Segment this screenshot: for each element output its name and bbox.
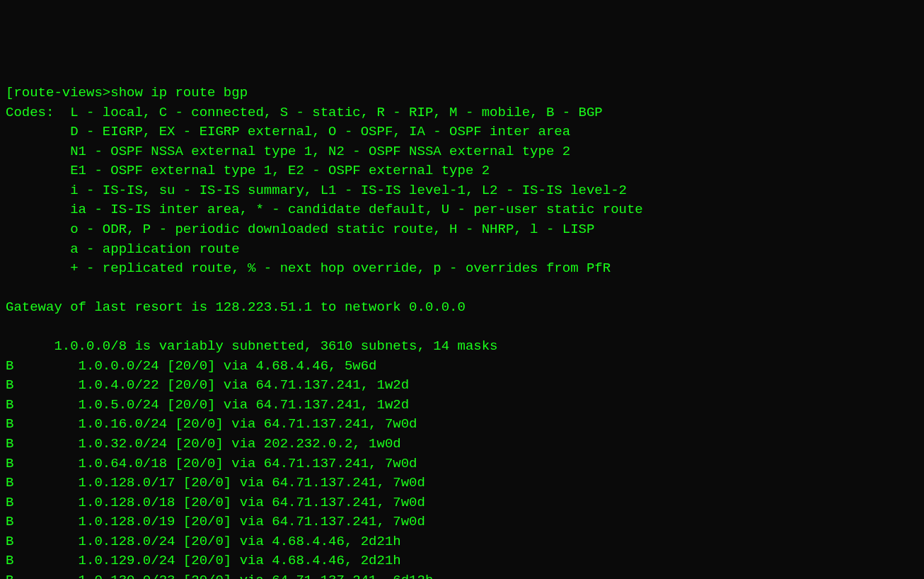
route-entry: B 1.0.128.0/17 [20/0] via 64.71.137.241,… <box>6 475 425 491</box>
codes-line-5: i - IS-IS, su - IS-IS summary, L1 - IS-I… <box>6 183 627 198</box>
codes-line-4: E1 - OSPF external type 1, E2 - OSPF ext… <box>6 163 490 178</box>
gateway-line: Gateway of last resort is 128.223.51.1 t… <box>6 299 466 315</box>
route-entry: B 1.0.129.0/24 [20/0] via 4.68.4.46, 2d2… <box>6 553 401 568</box>
route-entry: B 1.0.130.0/23 [20/0] via 64.71.137.241,… <box>6 573 433 579</box>
codes-line-7: o - ODR, P - periodic downloaded static … <box>6 222 594 237</box>
codes-line-3: N1 - OSPF NSSA external type 1, N2 - OSP… <box>6 144 570 159</box>
route-entry: B 1.0.16.0/24 [20/0] via 64.71.137.241, … <box>6 416 417 432</box>
command-text: show ip route bgp <box>110 85 248 101</box>
route-entry: B 1.0.4.0/22 [20/0] via 64.71.137.241, 1… <box>6 377 409 393</box>
codes-line-2: D - EIGRP, EX - EIGRP external, O - OSPF… <box>6 124 570 139</box>
route-entry: B 1.0.128.0/19 [20/0] via 64.71.137.241,… <box>6 514 425 529</box>
prompt-bracket: [ <box>6 85 13 101</box>
terminal-output[interactable]: [route-views>show ip route bgp Codes: L … <box>6 84 918 579</box>
route-entry: B 1.0.5.0/24 [20/0] via 64.71.137.241, 1… <box>6 397 409 413</box>
codes-line-8: a - application route <box>6 241 240 257</box>
prompt-text: route-views> <box>13 85 110 101</box>
codes-line-6: ia - IS-IS inter area, * - candidate def… <box>6 202 643 217</box>
codes-line-9: + - replicated route, % - next hop overr… <box>6 260 611 276</box>
command-prompt-line: [route-views>show ip route bgp <box>6 85 248 101</box>
route-entry: B 1.0.128.0/24 [20/0] via 4.68.4.46, 2d2… <box>6 534 401 549</box>
route-entry: B 1.0.32.0/24 [20/0] via 202.232.0.2, 1w… <box>6 436 401 452</box>
route-entry: B 1.0.128.0/18 [20/0] via 64.71.137.241,… <box>6 495 425 510</box>
route-entry: B 1.0.0.0/24 [20/0] via 4.68.4.46, 5w6d <box>6 358 377 374</box>
codes-header: Codes: L - local, C - connected, S - sta… <box>6 105 603 120</box>
route-entry: B 1.0.64.0/18 [20/0] via 64.71.137.241, … <box>6 456 417 471</box>
subnet-header: 1.0.0.0/8 is variably subnetted, 3610 su… <box>6 338 498 354</box>
